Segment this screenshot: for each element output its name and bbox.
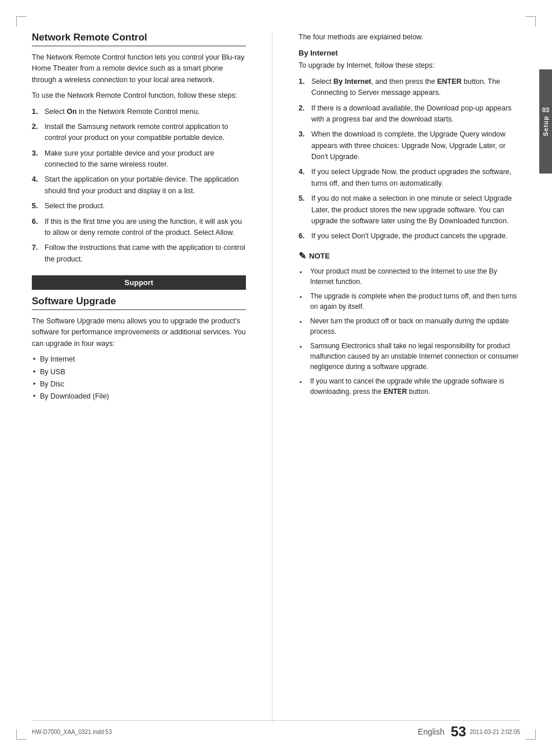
by-internet-section: By Internet To upgrade by Internet, foll… xyxy=(299,49,520,242)
side-tab: 03 Setup xyxy=(539,69,552,174)
software-upgrade-intro: The Software Upgrade menu allows you to … xyxy=(32,316,246,349)
note-item-1: ▪ Your product must be connected to the … xyxy=(299,266,520,287)
internet-step-1: 1. Select By Internet, and then press th… xyxy=(299,76,520,99)
column-divider xyxy=(272,32,273,724)
note-list: ▪ Your product must be connected to the … xyxy=(299,266,520,397)
network-remote-intro2: To use the Network Remote Control functi… xyxy=(32,90,246,101)
page-number: 53 xyxy=(451,724,466,740)
page: 03 Setup Network Remote Control The Netw… xyxy=(0,0,552,756)
note-icon: ✎ xyxy=(299,250,306,261)
note-item-3: ▪ Never turn the product off or back on … xyxy=(299,316,520,337)
upgrade-method-disc: By Disc xyxy=(32,379,246,390)
network-remote-heading: Network Remote Control xyxy=(32,32,246,46)
internet-step-6: 6. If you select Don't Upgrade, the prod… xyxy=(299,231,520,242)
right-column: The four methods are explained below. By… xyxy=(293,32,520,724)
page-footer: HW-D7000_XAA_0321.indd 53 English 53 201… xyxy=(32,720,520,740)
upgrade-method-downloaded: By Downloaded (File) xyxy=(32,391,246,402)
note-label: NOTE xyxy=(309,252,330,260)
internet-step-3: 3. When the download is complete, the Up… xyxy=(299,129,520,163)
by-internet-steps: 1. Select By Internet, and then press th… xyxy=(299,76,520,242)
network-remote-section: Network Remote Control The Network Remot… xyxy=(32,32,246,265)
internet-step-5: 5. If you do not make a selection in one… xyxy=(299,193,520,227)
footer-filename: HW-D7000_XAA_0321.indd 53 xyxy=(32,729,112,735)
content-area: Network Remote Control The Network Remot… xyxy=(32,32,520,724)
by-internet-intro: To upgrade by Internet, follow these ste… xyxy=(299,60,520,71)
step-3: 3. Make sure your portable device and yo… xyxy=(32,148,246,171)
network-remote-steps: 1. Select On in the Network Remote Contr… xyxy=(32,106,246,265)
footer-right: English 53 2011-03-21 2:02:05 xyxy=(418,724,520,740)
step-7: 7. Follow the instructions that came wit… xyxy=(32,242,246,265)
note-item-2: ▪ The upgrade is complete when the produ… xyxy=(299,291,520,312)
step-5: 5. Select the product. xyxy=(32,201,246,212)
software-upgrade-section: Software Upgrade The Software Upgrade me… xyxy=(32,296,246,403)
note-title: ✎ NOTE xyxy=(299,250,520,261)
network-remote-intro1: The Network Remote Control function lets… xyxy=(32,52,246,86)
corner-mark-br xyxy=(525,729,536,740)
left-column: Network Remote Control The Network Remot… xyxy=(32,32,252,724)
step-2: 2. Install the Samsung network remote co… xyxy=(32,121,246,144)
upgrade-methods-list: By Internet By USB By Disc By Downloaded… xyxy=(32,354,246,403)
right-intro: The four methods are explained below. xyxy=(299,32,520,43)
by-internet-heading: By Internet xyxy=(299,49,520,57)
internet-step-2: 2. If there is a download available, the… xyxy=(299,103,520,126)
step-4: 4. Start the application on your portabl… xyxy=(32,174,246,197)
side-tab-label: Setup xyxy=(542,116,549,137)
corner-mark-tl xyxy=(16,16,27,27)
internet-step-4: 4. If you select Upgrade Now, the produc… xyxy=(299,167,520,189)
upgrade-method-usb: By USB xyxy=(32,367,246,378)
support-banner: Support xyxy=(32,275,246,290)
step-6: 6. If this is the first time you are usi… xyxy=(32,216,246,239)
note-item-5: ▪ If you want to cancel the upgrade whil… xyxy=(299,376,520,397)
upgrade-method-internet: By Internet xyxy=(32,354,246,365)
software-upgrade-heading: Software Upgrade xyxy=(32,296,246,310)
footer-timestamp: 2011-03-21 2:02:05 xyxy=(470,729,520,735)
corner-mark-tr xyxy=(525,16,536,27)
footer-language: English xyxy=(418,727,444,736)
note-item-4: ▪ Samsung Electronics shall take no lega… xyxy=(299,341,520,372)
side-tab-number: 03 xyxy=(542,106,549,113)
corner-mark-bl xyxy=(16,729,27,740)
step-1: 1. Select On in the Network Remote Contr… xyxy=(32,106,246,117)
note-section: ✎ NOTE ▪ Your product must be connected … xyxy=(299,250,520,397)
